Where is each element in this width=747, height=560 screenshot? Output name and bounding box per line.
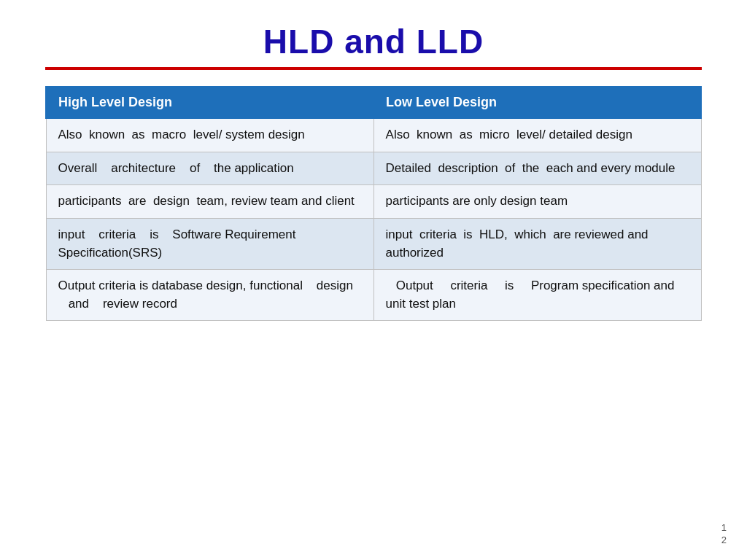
table-row: Also known as macro level/ system design… [46,118,701,152]
slide-title: HLD and LLD [263,22,484,61]
table-row: Overall architecture of the application … [46,152,701,185]
header-hld: High Level Design [46,87,374,118]
hld-cell-3: participants are design team, review tea… [46,185,374,219]
lld-cell-3: participants are only design team [374,185,701,219]
hld-cell-5: Output criteria is database design, func… [46,270,374,321]
table-row: input criteria is Software Requirement S… [46,218,701,269]
lld-cell-2: Detailed description of the each and eve… [374,152,701,185]
page-number: 12 [721,522,727,547]
lld-cell-5: Output criteria is Program specification… [374,270,701,321]
lld-cell-4: input criteria is HLD, which are reviewe… [374,218,701,269]
comparison-table: High Level Design Low Level Design Also … [45,86,702,321]
lld-cell-1: Also known as micro level/ detailed desi… [374,118,701,152]
hld-cell-4: input criteria is Software Requirement S… [46,218,374,269]
slide-container: HLD and LLD High Level Design Low Level … [0,0,747,560]
table-row: participants are design team, review tea… [46,185,701,219]
table-row: Output criteria is database design, func… [46,270,701,321]
hld-cell-2: Overall architecture of the application [46,152,374,185]
header-lld: Low Level Design [374,87,701,118]
hld-cell-1: Also known as macro level/ system design [46,118,374,152]
title-underline [45,67,702,70]
